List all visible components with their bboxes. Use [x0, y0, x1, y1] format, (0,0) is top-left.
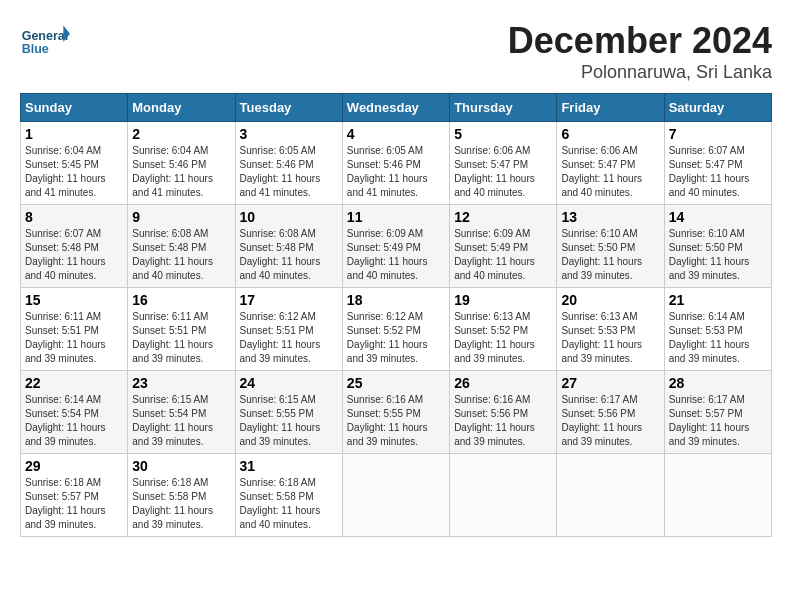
- logo: General Blue: [20, 20, 75, 60]
- day-number: 5: [454, 126, 552, 142]
- day-number: 13: [561, 209, 659, 225]
- day-number: 9: [132, 209, 230, 225]
- day-info: Sunrise: 6:18 AMSunset: 5:58 PMDaylight:…: [240, 476, 338, 532]
- day-info: Sunrise: 6:08 AMSunset: 5:48 PMDaylight:…: [240, 227, 338, 283]
- calendar-cell: 4Sunrise: 6:05 AMSunset: 5:46 PMDaylight…: [342, 122, 449, 205]
- calendar-cell: [342, 454, 449, 537]
- calendar-cell: 5Sunrise: 6:06 AMSunset: 5:47 PMDaylight…: [450, 122, 557, 205]
- day-number: 15: [25, 292, 123, 308]
- day-number: 29: [25, 458, 123, 474]
- day-info: Sunrise: 6:11 AMSunset: 5:51 PMDaylight:…: [25, 310, 123, 366]
- calendar-header-monday: Monday: [128, 94, 235, 122]
- day-number: 1: [25, 126, 123, 142]
- day-number: 17: [240, 292, 338, 308]
- calendar-header-friday: Friday: [557, 94, 664, 122]
- day-number: 6: [561, 126, 659, 142]
- day-info: Sunrise: 6:10 AMSunset: 5:50 PMDaylight:…: [669, 227, 767, 283]
- calendar-cell: 17Sunrise: 6:12 AMSunset: 5:51 PMDayligh…: [235, 288, 342, 371]
- calendar-cell: 8Sunrise: 6:07 AMSunset: 5:48 PMDaylight…: [21, 205, 128, 288]
- svg-text:General: General: [22, 29, 69, 43]
- month-title: December 2024: [508, 20, 772, 62]
- calendar-week-3: 15Sunrise: 6:11 AMSunset: 5:51 PMDayligh…: [21, 288, 772, 371]
- day-info: Sunrise: 6:06 AMSunset: 5:47 PMDaylight:…: [454, 144, 552, 200]
- calendar-header-wednesday: Wednesday: [342, 94, 449, 122]
- day-info: Sunrise: 6:14 AMSunset: 5:53 PMDaylight:…: [669, 310, 767, 366]
- calendar-cell: 2Sunrise: 6:04 AMSunset: 5:46 PMDaylight…: [128, 122, 235, 205]
- day-number: 30: [132, 458, 230, 474]
- calendar-week-2: 8Sunrise: 6:07 AMSunset: 5:48 PMDaylight…: [21, 205, 772, 288]
- calendar-cell: 11Sunrise: 6:09 AMSunset: 5:49 PMDayligh…: [342, 205, 449, 288]
- calendar-cell: 31Sunrise: 6:18 AMSunset: 5:58 PMDayligh…: [235, 454, 342, 537]
- day-number: 23: [132, 375, 230, 391]
- day-info: Sunrise: 6:07 AMSunset: 5:48 PMDaylight:…: [25, 227, 123, 283]
- calendar-cell: 29Sunrise: 6:18 AMSunset: 5:57 PMDayligh…: [21, 454, 128, 537]
- calendar-week-5: 29Sunrise: 6:18 AMSunset: 5:57 PMDayligh…: [21, 454, 772, 537]
- day-number: 21: [669, 292, 767, 308]
- calendar-header-row: SundayMondayTuesdayWednesdayThursdayFrid…: [21, 94, 772, 122]
- day-info: Sunrise: 6:05 AMSunset: 5:46 PMDaylight:…: [240, 144, 338, 200]
- day-info: Sunrise: 6:05 AMSunset: 5:46 PMDaylight:…: [347, 144, 445, 200]
- day-info: Sunrise: 6:11 AMSunset: 5:51 PMDaylight:…: [132, 310, 230, 366]
- calendar-cell: 13Sunrise: 6:10 AMSunset: 5:50 PMDayligh…: [557, 205, 664, 288]
- calendar-cell: 3Sunrise: 6:05 AMSunset: 5:46 PMDaylight…: [235, 122, 342, 205]
- calendar-cell: 6Sunrise: 6:06 AMSunset: 5:47 PMDaylight…: [557, 122, 664, 205]
- day-number: 10: [240, 209, 338, 225]
- day-number: 3: [240, 126, 338, 142]
- calendar-cell: 18Sunrise: 6:12 AMSunset: 5:52 PMDayligh…: [342, 288, 449, 371]
- day-number: 14: [669, 209, 767, 225]
- day-number: 18: [347, 292, 445, 308]
- page-header: General Blue December 2024 Polonnaruwa, …: [20, 20, 772, 83]
- day-info: Sunrise: 6:18 AMSunset: 5:58 PMDaylight:…: [132, 476, 230, 532]
- calendar-cell: 19Sunrise: 6:13 AMSunset: 5:52 PMDayligh…: [450, 288, 557, 371]
- title-section: December 2024 Polonnaruwa, Sri Lanka: [508, 20, 772, 83]
- day-number: 12: [454, 209, 552, 225]
- day-number: 25: [347, 375, 445, 391]
- calendar-cell: [557, 454, 664, 537]
- calendar-header-tuesday: Tuesday: [235, 94, 342, 122]
- day-info: Sunrise: 6:16 AMSunset: 5:55 PMDaylight:…: [347, 393, 445, 449]
- day-info: Sunrise: 6:13 AMSunset: 5:53 PMDaylight:…: [561, 310, 659, 366]
- calendar-cell: 1Sunrise: 6:04 AMSunset: 5:45 PMDaylight…: [21, 122, 128, 205]
- day-number: 22: [25, 375, 123, 391]
- day-number: 31: [240, 458, 338, 474]
- day-info: Sunrise: 6:17 AMSunset: 5:56 PMDaylight:…: [561, 393, 659, 449]
- calendar-cell: 27Sunrise: 6:17 AMSunset: 5:56 PMDayligh…: [557, 371, 664, 454]
- calendar-cell: 15Sunrise: 6:11 AMSunset: 5:51 PMDayligh…: [21, 288, 128, 371]
- calendar-cell: [450, 454, 557, 537]
- calendar-cell: 7Sunrise: 6:07 AMSunset: 5:47 PMDaylight…: [664, 122, 771, 205]
- day-number: 24: [240, 375, 338, 391]
- calendar-cell: [664, 454, 771, 537]
- calendar-header-thursday: Thursday: [450, 94, 557, 122]
- day-number: 20: [561, 292, 659, 308]
- calendar-cell: 16Sunrise: 6:11 AMSunset: 5:51 PMDayligh…: [128, 288, 235, 371]
- calendar-table: SundayMondayTuesdayWednesdayThursdayFrid…: [20, 93, 772, 537]
- day-number: 2: [132, 126, 230, 142]
- day-info: Sunrise: 6:10 AMSunset: 5:50 PMDaylight:…: [561, 227, 659, 283]
- day-info: Sunrise: 6:12 AMSunset: 5:52 PMDaylight:…: [347, 310, 445, 366]
- calendar-cell: 25Sunrise: 6:16 AMSunset: 5:55 PMDayligh…: [342, 371, 449, 454]
- day-info: Sunrise: 6:12 AMSunset: 5:51 PMDaylight:…: [240, 310, 338, 366]
- day-number: 8: [25, 209, 123, 225]
- day-number: 26: [454, 375, 552, 391]
- calendar-week-1: 1Sunrise: 6:04 AMSunset: 5:45 PMDaylight…: [21, 122, 772, 205]
- day-number: 7: [669, 126, 767, 142]
- day-info: Sunrise: 6:04 AMSunset: 5:46 PMDaylight:…: [132, 144, 230, 200]
- calendar-cell: 30Sunrise: 6:18 AMSunset: 5:58 PMDayligh…: [128, 454, 235, 537]
- day-info: Sunrise: 6:08 AMSunset: 5:48 PMDaylight:…: [132, 227, 230, 283]
- calendar-cell: 22Sunrise: 6:14 AMSunset: 5:54 PMDayligh…: [21, 371, 128, 454]
- day-number: 19: [454, 292, 552, 308]
- day-info: Sunrise: 6:18 AMSunset: 5:57 PMDaylight:…: [25, 476, 123, 532]
- day-info: Sunrise: 6:15 AMSunset: 5:54 PMDaylight:…: [132, 393, 230, 449]
- svg-text:Blue: Blue: [22, 42, 49, 56]
- day-number: 27: [561, 375, 659, 391]
- calendar-cell: 24Sunrise: 6:15 AMSunset: 5:55 PMDayligh…: [235, 371, 342, 454]
- calendar-week-4: 22Sunrise: 6:14 AMSunset: 5:54 PMDayligh…: [21, 371, 772, 454]
- day-info: Sunrise: 6:04 AMSunset: 5:45 PMDaylight:…: [25, 144, 123, 200]
- day-info: Sunrise: 6:06 AMSunset: 5:47 PMDaylight:…: [561, 144, 659, 200]
- calendar-header-saturday: Saturday: [664, 94, 771, 122]
- calendar-cell: 23Sunrise: 6:15 AMSunset: 5:54 PMDayligh…: [128, 371, 235, 454]
- day-info: Sunrise: 6:09 AMSunset: 5:49 PMDaylight:…: [347, 227, 445, 283]
- day-info: Sunrise: 6:16 AMSunset: 5:56 PMDaylight:…: [454, 393, 552, 449]
- day-number: 11: [347, 209, 445, 225]
- calendar-cell: 20Sunrise: 6:13 AMSunset: 5:53 PMDayligh…: [557, 288, 664, 371]
